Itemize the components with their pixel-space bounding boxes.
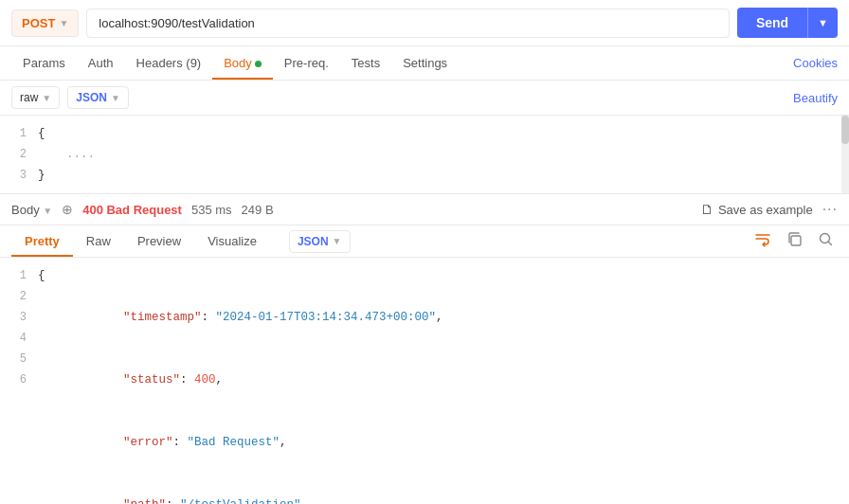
type-label: JSON (76, 91, 107, 104)
request-line-1: { (38, 123, 849, 144)
tab-prereq[interactable]: Pre-req. (273, 46, 340, 80)
tab-params[interactable]: Params (11, 46, 77, 80)
svg-rect-0 (791, 236, 801, 245)
response-chevron-icon: ▼ (43, 206, 52, 216)
save-example-button[interactable]: 🗋 Save as example (700, 202, 813, 217)
method-select[interactable]: POST ▼ (11, 9, 79, 37)
svg-point-1 (821, 234, 830, 243)
resp-format-label: JSON (298, 235, 329, 248)
response-timing: 535 ms (191, 203, 232, 217)
beautify-button[interactable]: Beautify (793, 91, 838, 105)
wrap-button[interactable] (750, 227, 775, 256)
response-body-label[interactable]: Body ▼ (11, 203, 52, 217)
request-code-content[interactable]: { .... } (38, 116, 849, 193)
response-code-area: 1 2 3 4 5 6 { "timestamp": "2024-01-17T0… (0, 258, 849, 504)
format-chevron-icon: ▼ (42, 93, 51, 103)
resp-line-3: "status": 400, (38, 349, 849, 411)
resp-line-5: "path": "/testValidation" (38, 474, 849, 504)
cookies-button[interactable]: Cookies (793, 56, 838, 70)
resp-tab-raw[interactable]: Raw (73, 225, 124, 257)
top-bar: POST ▼ Send ▼ (0, 0, 849, 46)
tabs-row: Params Auth Headers (9) Body Pre-req. Te… (0, 46, 849, 81)
format-label: raw (20, 91, 38, 104)
response-bar: Body ▼ ⊕ 400 Bad Request 535 ms 249 B 🗋 … (0, 194, 849, 225)
resp-line-2: "timestamp": "2024-01-17T03:14:34.473+00… (38, 286, 849, 349)
body-type-select[interactable]: JSON ▼ (67, 86, 129, 109)
body-dot-indicator (255, 61, 262, 67)
request-line-3: } (38, 165, 849, 186)
body-format-select[interactable]: raw ▼ (11, 86, 60, 109)
send-arrow-button[interactable]: ▼ (807, 8, 838, 38)
tab-auth[interactable]: Auth (77, 46, 125, 80)
resp-tab-preview[interactable]: Preview (124, 225, 194, 257)
body-toolbar: raw ▼ JSON ▼ Beautify (0, 81, 849, 116)
tab-settings[interactable]: Settings (391, 46, 459, 80)
request-line-numbers: 1 2 3 (0, 116, 38, 193)
tab-tests[interactable]: Tests (340, 46, 391, 80)
more-options-button[interactable]: ··· (822, 201, 838, 218)
globe-icon: ⊕ (62, 202, 73, 217)
response-line-numbers: 1 2 3 4 5 6 (0, 258, 38, 504)
request-line-2: .... (38, 144, 849, 165)
tab-headers[interactable]: Headers (9) (125, 46, 213, 80)
search-button[interactable] (814, 227, 838, 255)
response-tabs-row: Pretty Raw Preview Visualize JSON ▼ (0, 225, 849, 258)
request-code-area: 1 2 3 { .... } (0, 116, 849, 194)
status-badge: 400 Bad Request (82, 203, 182, 217)
resp-tab-visualize[interactable]: Visualize (194, 225, 270, 257)
response-toolbar-icons (750, 227, 838, 256)
response-code-content: { "timestamp": "2024-01-17T03:14:34.473+… (38, 258, 849, 504)
resp-tab-pretty[interactable]: Pretty (11, 225, 73, 257)
response-size: 249 B (242, 203, 274, 217)
send-btn-group: Send ▼ (737, 8, 838, 38)
request-scrollbar-thumb (841, 116, 849, 144)
resp-format-select[interactable]: JSON ▼ (289, 230, 351, 253)
method-label: POST (22, 16, 55, 30)
method-chevron-icon: ▼ (59, 18, 68, 28)
copy-button[interactable] (783, 227, 806, 255)
save-icon: 🗋 (700, 202, 714, 217)
url-input[interactable] (86, 9, 730, 38)
resp-line-1: { (38, 265, 849, 286)
request-scrollbar[interactable] (841, 116, 849, 193)
resp-line-4: "error": "Bad Request", (38, 411, 849, 474)
resp-format-chevron-icon: ▼ (333, 236, 342, 246)
send-button[interactable]: Send (737, 8, 807, 38)
type-chevron-icon: ▼ (111, 93, 120, 103)
tab-body[interactable]: Body (212, 46, 273, 80)
